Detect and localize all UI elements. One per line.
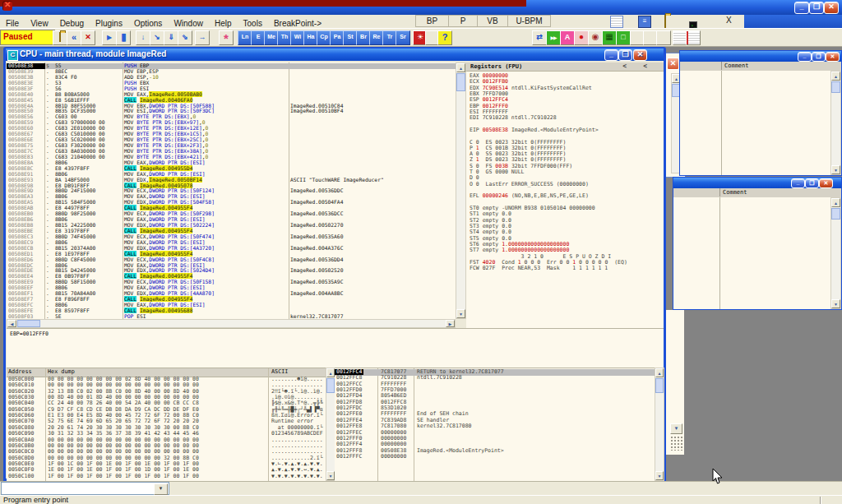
register-line: O 0 LastErr ERROR_SUCCESS (00000000) xyxy=(470,182,589,187)
comment-panel-bottom-body xyxy=(673,197,830,309)
register-line: EFL 00000246 (NO,NB,E,BE,NS,PE,GE,LE) xyxy=(470,193,589,199)
statusbar-text: Program entry point xyxy=(0,496,68,504)
cpu-maximize-button[interactable]: ❒ xyxy=(618,49,632,61)
run-status-badge: Paused xyxy=(0,30,55,45)
panel-close-button[interactable]: ✕ xyxy=(819,178,833,188)
disassembly-vscrollbar[interactable]: ▲ ▼ xyxy=(456,62,466,319)
panel-minimize-button[interactable]: _ xyxy=(798,52,812,62)
comment-panel-top: _ ❒ ✕ Comment ▲ ▼ xyxy=(679,50,842,176)
animate-over-button[interactable] xyxy=(178,30,192,45)
registers-prev-icon[interactable]: < xyxy=(622,62,627,71)
cpu-window-titlebar[interactable]: C CPU - main thread, module ImageRed _ ❒… xyxy=(6,49,664,61)
open-file-button[interactable] xyxy=(53,30,67,45)
titlebar-filler xyxy=(744,15,842,28)
disassembly-pane[interactable]: 00508E38$55PUSH EBP00508E39.8BECMOV EBP,… xyxy=(7,62,456,319)
breakpoint-ball-icon[interactable] xyxy=(574,30,589,45)
disasm-row[interactable]: 00508EC3.8B0D 74F45000MOV ECX,DWORD PTR … xyxy=(7,234,456,240)
scroll-down-icon[interactable]: ▼ xyxy=(670,423,682,434)
toolbar-letter-sr[interactable]: Sr xyxy=(396,30,410,45)
book-icon[interactable]: ≡ xyxy=(638,16,651,28)
run-button[interactable] xyxy=(102,30,117,45)
comment-panel-bottom-titlebar[interactable]: _ ❒ ✕ xyxy=(673,178,841,188)
run-plugin-icon[interactable] xyxy=(546,30,561,45)
disassembly-hscrollbar[interactable]: ◀ ▶ xyxy=(7,319,456,328)
stack-row[interactable]: 0012FFFC00000000 xyxy=(335,454,655,460)
stack-pane[interactable]: 0012FFC47C817077RETURN to kernel32.7C817… xyxy=(335,368,655,482)
comment-panel-bottom: _ ❒ ✕ Comment ▲ ▼ xyxy=(673,177,842,310)
panel-maximize-button[interactable]: ❒ xyxy=(812,52,826,62)
window-plugin-icon[interactable] xyxy=(616,30,631,45)
register-line: EDI 7C910228 ntdll.7C910228 xyxy=(470,115,557,121)
minimize-button[interactable]: _ xyxy=(794,2,809,14)
analyze-icon[interactable] xyxy=(560,30,575,45)
menu-plugin-u-bpm[interactable]: U-BPM xyxy=(508,15,551,27)
close-program-button[interactable] xyxy=(81,30,95,45)
disasm-row[interactable]: 00508E3E.53PUSH EBX xyxy=(7,81,456,86)
animate-into-button[interactable] xyxy=(164,30,178,45)
menu-plugin-bp[interactable]: BP xyxy=(415,15,449,27)
titlebar-red-band xyxy=(0,0,526,7)
info-pane: EBP=0012FFF0 xyxy=(7,328,664,368)
combobox-dropdown-icon[interactable]: ▼ xyxy=(154,483,168,495)
cpu-close-button[interactable]: ✕ xyxy=(633,49,647,61)
mouse-cursor xyxy=(712,469,724,485)
cpu-window-icon: C xyxy=(7,50,18,61)
marked-list-icon[interactable] xyxy=(686,30,701,45)
command-combobox[interactable]: ▼ xyxy=(1,482,169,495)
notes-icon[interactable] xyxy=(610,16,623,28)
help-icon[interactable] xyxy=(437,30,452,45)
stack-vscrollbar[interactable]: ▲ ▼ xyxy=(655,368,664,481)
pause-button[interactable] xyxy=(116,30,131,45)
statusbar: Program entry point xyxy=(0,495,842,504)
comment-column-header: Comment xyxy=(719,188,747,197)
register-line: EIP 00508E38 ImageRed.<ModuleEntryPoint> xyxy=(470,127,599,133)
menu-plugin-p[interactable]: P xyxy=(449,15,478,27)
toolbar: Paused LnEMeThWiHaCpPaStBrReTrSr xyxy=(0,28,842,47)
maximize-button[interactable]: ❒ xyxy=(809,2,824,14)
grid-plugin-icon[interactable] xyxy=(602,30,617,45)
dump-header-hex: Hex dump xyxy=(48,368,75,376)
info-line: EBP=0012FFF0 xyxy=(10,331,49,337)
disasm-row[interactable]: 00508EB0.8B0D 98F25000MOV ECX,DWORD PTR … xyxy=(7,211,456,217)
comment-column-header: Comment xyxy=(721,62,749,70)
comment-panel-top-body xyxy=(680,71,830,175)
dump-row[interactable]: 0050C1001F 00 1F 00 1F 00 1F 00 1F 00 1F… xyxy=(7,474,326,480)
cpu-window-title: CPU - main thread, module ImageRed xyxy=(20,49,166,58)
registers-header: Registers (FPU) < < xyxy=(466,62,664,72)
disasm-row[interactable]: 00508EE9.8B0D 58F15000MOV ECX,DWORD PTR … xyxy=(7,280,456,285)
menubar: FileViewDebugPluginsOptionsWindowHelpToo… xyxy=(0,15,744,29)
panel-minimize-button[interactable]: _ xyxy=(791,178,805,188)
cpu-minimize-button[interactable]: _ xyxy=(604,49,618,61)
step-over-button[interactable] xyxy=(150,30,164,45)
swap-windows-icon[interactable] xyxy=(532,30,547,45)
menu-close-x[interactable]: X xyxy=(720,15,738,28)
panel-close-button[interactable]: ✕ xyxy=(826,52,840,62)
panel-maximize-button[interactable]: ❒ xyxy=(805,178,819,188)
disasm-row[interactable]: 00508ED6.8B0D C8F45000MOV ECX,DWORD PTR … xyxy=(7,257,456,263)
step-into-button[interactable] xyxy=(136,30,150,45)
menu-plugin-vb[interactable]: VB xyxy=(478,15,508,27)
main-titlebar[interactable]: _ ❒ ✕ xyxy=(0,0,842,15)
execute-till-return-button[interactable] xyxy=(195,30,210,45)
comment-panel-top-scrollbar[interactable]: ▲ ▼ xyxy=(830,71,841,175)
folder-icon[interactable] xyxy=(664,16,676,26)
comment-panel-top-titlebar[interactable]: _ ❒ ✕ xyxy=(680,51,841,62)
register-line: FCW 027F Prec NEAR,53 Mask 1 1 1 1 1 1 xyxy=(470,266,608,271)
resize-grip[interactable] xyxy=(670,436,683,451)
comment-panel-bottom-scrollbar[interactable]: ▲ ▼ xyxy=(830,197,841,309)
toolbar-empty-button-3[interactable] xyxy=(656,30,671,45)
registers-pane[interactable]: Registers (FPU) < < EAX 00000000ECX 0012… xyxy=(466,62,664,367)
dump-header-ascii: ASCII xyxy=(271,368,288,376)
close-button[interactable]: ✕ xyxy=(824,2,839,14)
hidden-panel-close-icon[interactable]: ✕ xyxy=(667,58,679,70)
spiral-icon[interactable] xyxy=(588,30,603,45)
restart-button[interactable] xyxy=(67,30,81,45)
dump-pane[interactable]: Address Hex dump ASCII 0050C00000 00 00 … xyxy=(7,368,326,482)
registers-next-icon[interactable]: < xyxy=(643,62,647,71)
dump-header-address: Address xyxy=(8,368,32,376)
console-icon[interactable]: ›_ xyxy=(689,16,701,26)
go-to-origin-button[interactable] xyxy=(219,30,234,45)
ollydbg-app-icon xyxy=(2,1,12,11)
